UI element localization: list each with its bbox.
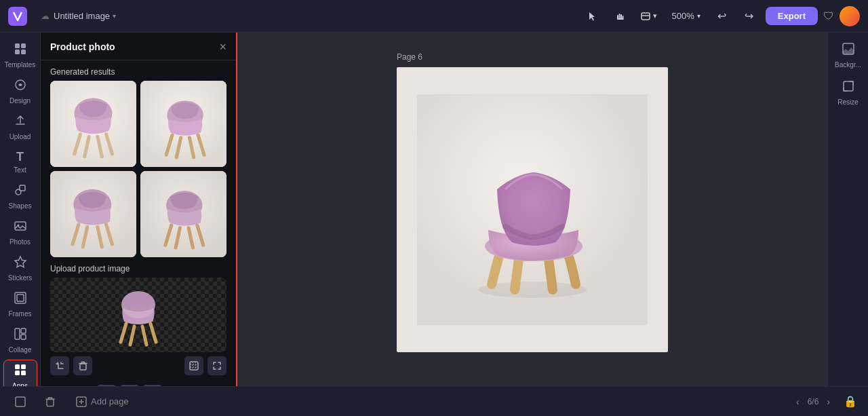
sidebar-item-shapes[interactable]: Shapes [3, 179, 38, 214]
shield-icon: 🛡 [823, 10, 834, 22]
stickers-icon [14, 255, 27, 272]
add-page-label: Add page [91, 396, 129, 406]
result-thumb-3[interactable] [50, 171, 136, 257]
layout-tool-button[interactable]: ▾ [636, 5, 661, 27]
sidebar-item-frames[interactable]: Frames [3, 287, 38, 322]
result-thumb-2[interactable] [140, 81, 226, 167]
undo-button[interactable]: ↩ [711, 5, 733, 27]
sidebar-item-collage[interactable]: Collage [3, 323, 38, 358]
sidebar-item-templates[interactable]: Templates [3, 38, 38, 73]
chevron-layout-icon: ▾ [653, 12, 657, 20]
prev-page-button[interactable]: ‹ [793, 394, 802, 410]
result-thumb-4[interactable] [140, 171, 226, 257]
bg-remove-button[interactable] [184, 356, 203, 375]
delete-tool-button[interactable] [73, 356, 92, 375]
expand-tool-button[interactable] [208, 356, 226, 375]
crop-tool-button[interactable] [50, 356, 69, 375]
svg-line-53 [151, 324, 156, 342]
result-thumb-1[interactable] [50, 81, 136, 167]
svg-rect-73 [844, 81, 853, 91]
photos-icon [14, 219, 27, 236]
stickers-label: Stickers [8, 274, 33, 282]
shapes-icon [14, 183, 27, 200]
page-settings-button[interactable] [11, 392, 30, 411]
delete-page-button[interactable] [41, 392, 60, 411]
topbar-actions: ▾ 500% ▾ ↩ ↪ Export 🛡 [582, 5, 860, 27]
svg-rect-62 [143, 385, 162, 386]
generated-results-label: Generated results [41, 60, 236, 81]
sample-thumb-3[interactable] [143, 385, 162, 386]
svg-rect-19 [21, 328, 26, 333]
svg-rect-56 [97, 385, 116, 386]
sample-thumb-2[interactable] [120, 385, 139, 386]
canvas-content[interactable] [397, 67, 668, 352]
sidebar-item-stickers[interactable]: Stickers [3, 251, 38, 286]
svg-line-52 [142, 326, 146, 345]
svg-rect-9 [15, 50, 20, 54]
svg-line-50 [121, 324, 126, 342]
panel-scroll: Generated results [41, 60, 236, 386]
design-icon [14, 78, 27, 95]
sidebar-item-design[interactable]: Design [3, 74, 38, 109]
svg-rect-7 [15, 43, 20, 48]
zoom-control[interactable]: 500% ▾ [667, 8, 706, 24]
resize-icon [842, 79, 855, 96]
upload-area[interactable] [50, 278, 226, 352]
canvas-wrapper: Page 6 [397, 67, 668, 352]
background-icon [842, 42, 855, 59]
add-page-button[interactable]: Add page [71, 394, 134, 410]
sidebar-item-photos[interactable]: Photos [3, 215, 38, 250]
right-panel: Backgr... Resize [827, 33, 868, 386]
product-photo-panel: Product photo × Generated results [41, 33, 237, 386]
svg-rect-54 [80, 364, 86, 370]
main-layout: Templates Design Upload T Text [0, 33, 868, 386]
text-icon: T [16, 150, 24, 164]
svg-line-51 [130, 326, 134, 345]
canvas-area: Page 6 [237, 33, 827, 386]
user-avatar[interactable] [840, 6, 860, 26]
svg-rect-74 [16, 397, 25, 406]
templates-icon [14, 42, 27, 59]
svg-rect-10 [21, 50, 26, 54]
sidebar-item-text[interactable]: T Text [3, 146, 38, 178]
svg-rect-8 [21, 43, 26, 48]
document-name[interactable]: Untitled image ▾ [54, 11, 116, 21]
collage-label: Collage [9, 346, 32, 354]
svg-rect-4 [617, 18, 624, 20]
bottom-bar: Add page ‹ 6/6 › 🔒 [0, 386, 868, 416]
hand-tool-button[interactable] [609, 5, 631, 27]
panel-close-button[interactable]: × [219, 41, 226, 53]
frames-label: Frames [9, 310, 32, 318]
samples-row: ✦ Samples: [41, 385, 236, 386]
templates-label: Templates [5, 61, 36, 69]
resize-label: Resize [837, 98, 859, 106]
frames-icon [14, 291, 27, 308]
cursor-tool-button[interactable] [582, 5, 604, 27]
sidebar-item-upload[interactable]: Upload [3, 110, 38, 145]
svg-rect-55 [190, 362, 198, 370]
panel-header: Product photo × [41, 33, 236, 60]
svg-rect-60 [120, 385, 139, 386]
upload-toolbar [50, 352, 226, 378]
background-label: Backgr... [835, 61, 861, 69]
upload-icon [14, 114, 27, 131]
upload-section-label: Upload product image [50, 264, 226, 273]
svg-rect-14 [15, 222, 26, 230]
chevron-down-icon: ▾ [113, 12, 116, 20]
export-button[interactable]: Export [766, 7, 818, 25]
sidebar-item-apps[interactable]: Apps [3, 359, 38, 386]
lock-icon[interactable]: 🔒 [844, 395, 857, 408]
background-panel-item[interactable]: Backgr... [831, 38, 866, 73]
svg-rect-5 [642, 13, 650, 20]
page-navigation: ‹ 6/6 › [793, 394, 833, 410]
sample-thumb-1[interactable] [97, 385, 116, 386]
page-indicator: 6/6 [808, 397, 819, 406]
next-page-button[interactable]: › [824, 394, 833, 410]
resize-panel-item[interactable]: Resize [831, 75, 866, 110]
left-sidebar: Templates Design Upload T Text [0, 33, 41, 386]
cloud-icon: ☁ [41, 11, 50, 21]
panel-title: Product photo [50, 41, 115, 52]
app-logo[interactable] [8, 7, 27, 26]
svg-rect-22 [21, 364, 26, 369]
redo-button[interactable]: ↪ [738, 5, 760, 27]
